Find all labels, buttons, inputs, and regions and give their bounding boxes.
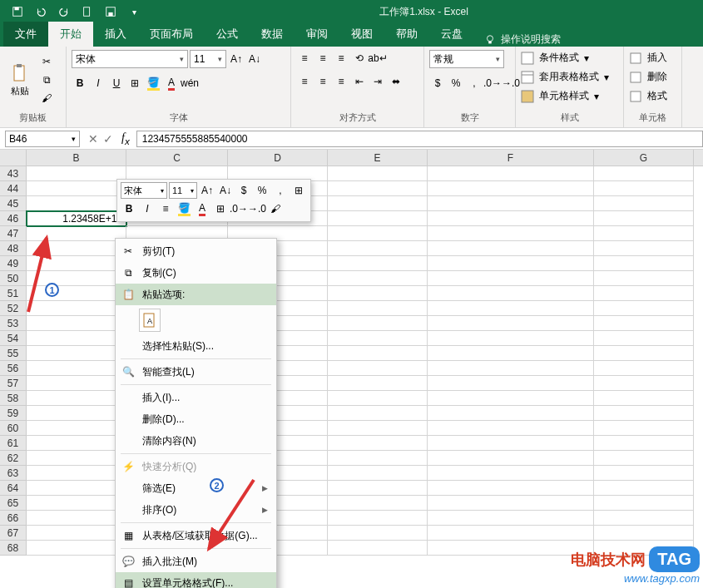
cell[interactable]	[428, 286, 594, 301]
name-box[interactable]: B46▾	[5, 131, 80, 147]
cell[interactable]	[594, 301, 694, 316]
mini-bold-button[interactable]: B	[121, 200, 137, 217]
bold-button[interactable]: B	[72, 75, 88, 91]
cell[interactable]	[27, 256, 126, 271]
cell[interactable]	[27, 481, 126, 496]
cell[interactable]	[594, 181, 694, 196]
cell[interactable]	[594, 421, 694, 436]
menu-paste-special[interactable]: 选择性粘贴(S)...	[116, 335, 276, 357]
cell[interactable]	[594, 241, 694, 256]
borders-icon[interactable]: ⊞	[126, 75, 143, 91]
menu-filter[interactable]: 筛选(E)▶	[116, 477, 276, 499]
cell[interactable]	[594, 226, 694, 241]
cell[interactable]	[328, 421, 428, 436]
row-header[interactable]: 63	[0, 466, 27, 481]
col-header-E[interactable]: E	[328, 150, 428, 166]
cell[interactable]	[27, 436, 126, 451]
tab-formulas[interactable]: 公式	[205, 22, 250, 47]
align-center-icon[interactable]: ≡	[314, 73, 331, 90]
delete-cells-button[interactable]: 删除	[629, 69, 667, 85]
cell[interactable]	[27, 196, 126, 211]
cell[interactable]	[428, 316, 594, 331]
cell[interactable]	[594, 196, 694, 211]
row-header[interactable]: 64	[0, 481, 27, 496]
cell[interactable]	[594, 331, 694, 346]
merge-icon[interactable]: ⬌	[388, 73, 404, 90]
cell[interactable]	[428, 256, 594, 271]
cell[interactable]	[428, 361, 594, 376]
cell[interactable]	[428, 526, 594, 541]
fx-icon[interactable]: fx	[121, 131, 130, 146]
mini-format-painter-icon[interactable]: 🖌	[267, 200, 284, 217]
cell[interactable]	[594, 436, 694, 451]
cell[interactable]	[328, 406, 428, 421]
row-header[interactable]: 61	[0, 436, 27, 451]
cell[interactable]	[594, 526, 694, 541]
cell[interactable]	[328, 436, 428, 451]
cell[interactable]	[594, 451, 694, 466]
menu-cut[interactable]: ✂剪切(T)	[116, 240, 276, 262]
cell[interactable]	[428, 346, 594, 361]
cell-styles-button[interactable]: 单元格样式 ▾	[521, 88, 599, 104]
cell[interactable]	[27, 331, 126, 346]
tab-help[interactable]: 帮助	[384, 22, 429, 47]
cell[interactable]	[594, 166, 694, 181]
cell[interactable]	[428, 166, 594, 181]
cell[interactable]	[27, 271, 126, 286]
formula-input[interactable]: 1234575555885540000	[136, 131, 703, 147]
cell[interactable]	[594, 466, 694, 481]
cell[interactable]	[27, 511, 126, 526]
cell[interactable]	[428, 331, 594, 346]
cell[interactable]	[328, 496, 428, 511]
copy-icon[interactable]: ⧉	[38, 72, 55, 88]
row-header[interactable]: 43	[0, 166, 27, 181]
tab-insert[interactable]: 插入	[93, 22, 138, 47]
format-cells-button[interactable]: 格式	[629, 88, 667, 104]
font-family-select[interactable]: 宋体▾	[72, 50, 188, 68]
format-painter-icon[interactable]: 🖌	[38, 90, 55, 106]
redo-icon[interactable]	[53, 2, 75, 22]
cell[interactable]	[428, 271, 594, 286]
cell[interactable]	[328, 481, 428, 496]
cell[interactable]	[594, 376, 694, 391]
row-header[interactable]: 57	[0, 376, 27, 391]
underline-button[interactable]: U	[108, 75, 125, 91]
cell[interactable]	[328, 286, 428, 301]
cell[interactable]	[27, 391, 126, 406]
font-size-select[interactable]: 11▾	[190, 50, 226, 68]
align-top-icon[interactable]: ≡	[296, 50, 313, 67]
cell[interactable]	[27, 421, 126, 436]
col-header-D[interactable]: D	[228, 150, 328, 166]
cell[interactable]	[328, 301, 428, 316]
cell[interactable]: 1.23458E+18	[27, 211, 126, 226]
cell[interactable]	[328, 316, 428, 331]
cell[interactable]	[27, 406, 126, 421]
cell[interactable]	[27, 166, 126, 181]
cell[interactable]	[594, 406, 694, 421]
cell[interactable]	[27, 286, 126, 301]
cell[interactable]	[428, 226, 594, 241]
cell[interactable]	[27, 541, 126, 556]
cell[interactable]	[328, 181, 428, 196]
currency-icon[interactable]: $	[429, 75, 446, 91]
cell[interactable]	[594, 256, 694, 271]
menu-sort[interactable]: 排序(O)▶	[116, 499, 276, 521]
tell-me-search[interactable]: 操作说明搜索	[484, 32, 561, 47]
cell[interactable]	[328, 391, 428, 406]
save-icon[interactable]	[7, 2, 28, 22]
mini-decimal-inc-icon[interactable]: .0→	[230, 200, 247, 217]
mini-borders-icon[interactable]: ⊞	[290, 182, 307, 199]
menu-get-data-table[interactable]: ▦从表格/区域获取数据(G)...	[116, 525, 276, 546]
percent-icon[interactable]: %	[448, 75, 464, 91]
cell[interactable]	[328, 451, 428, 466]
cell[interactable]	[328, 331, 428, 346]
row-header[interactable]: 54	[0, 331, 27, 346]
cell[interactable]	[27, 496, 126, 511]
cell[interactable]	[328, 256, 428, 271]
row-header[interactable]: 48	[0, 241, 27, 256]
col-header-C[interactable]: C	[126, 150, 228, 166]
row-header[interactable]: 66	[0, 511, 27, 526]
align-right-icon[interactable]: ≡	[333, 73, 349, 90]
cut-icon[interactable]: ✂	[38, 53, 55, 70]
row-header[interactable]: 44	[0, 181, 27, 196]
